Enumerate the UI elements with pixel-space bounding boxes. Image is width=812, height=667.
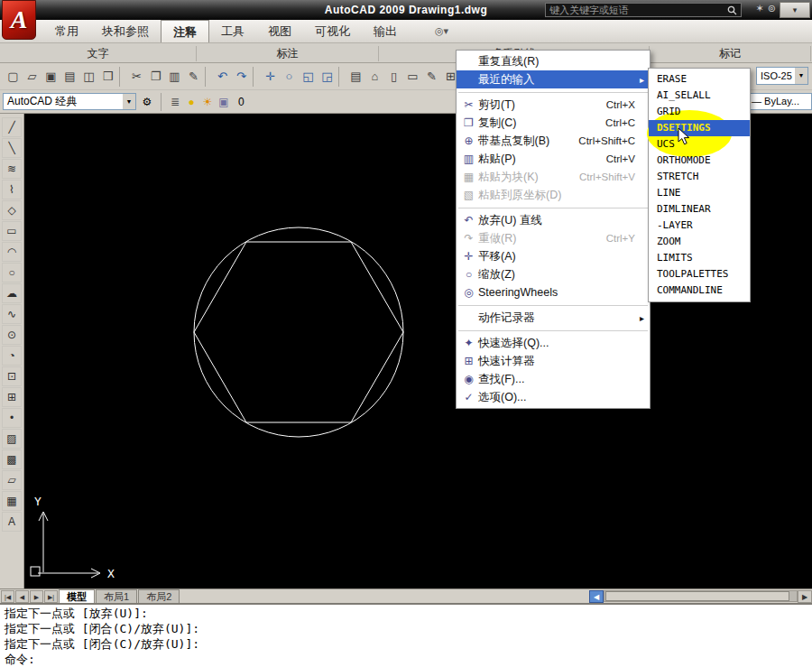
zoom-previous-icon[interactable]: ◲ <box>318 67 337 86</box>
tab-prev-button[interactable]: ◀ <box>15 590 29 603</box>
menu-item[interactable]: 最近的输入 <box>457 70 650 88</box>
chevron-down-icon[interactable]: ▼ <box>795 68 807 84</box>
recent-command-item[interactable]: LINE <box>649 185 750 201</box>
ellipse-arc-tool-icon[interactable]: ◔ <box>2 346 22 366</box>
menu-item[interactable]: ✛ 平移(A) <box>457 247 650 265</box>
recent-command-item[interactable]: LIMITS <box>649 250 750 266</box>
ribbon-tab[interactable]: 工具 <box>209 20 256 42</box>
star-icon[interactable]: ✶ <box>756 3 764 14</box>
current-layer-value[interactable]: 0 <box>235 96 248 108</box>
chevron-down-icon[interactable]: ▼ <box>123 94 135 109</box>
match-properties-icon[interactable]: ✎ <box>184 67 203 86</box>
recent-command-item[interactable]: ZOOM <box>649 234 750 250</box>
pan-icon[interactable]: ✛ <box>261 67 280 86</box>
scroll-left-button[interactable]: ◀ <box>589 590 604 603</box>
toolbar-separator[interactable] <box>253 67 259 87</box>
recent-command-item[interactable]: GRID <box>649 104 750 120</box>
publish-icon[interactable]: ❒ <box>98 67 117 86</box>
menu-item[interactable]: ⊞ 快速计算器 <box>457 352 650 370</box>
scrollbar-thumb[interactable] <box>605 591 789 601</box>
menu-item[interactable]: ✦ 快速选择(Q)... <box>457 334 650 352</box>
ribbon-tab[interactable]: 注释 <box>161 20 209 42</box>
designcenter-icon[interactable]: ⌂ <box>365 67 384 86</box>
toolbar-separator[interactable] <box>119 67 125 87</box>
dimension-style-dropdown[interactable]: ▼ ISO-25 <box>756 67 808 85</box>
toolbar-separator[interactable] <box>338 67 345 87</box>
recent-command-item[interactable]: STRETCH <box>649 169 750 185</box>
layout-tab[interactable]: 模型 <box>59 589 95 603</box>
open-icon[interactable]: ▱ <box>23 67 42 86</box>
recent-command-item[interactable]: AI_SELALL <box>649 88 750 104</box>
panel-text[interactable]: 文字 <box>0 46 197 61</box>
communication-center-icon[interactable]: ⊚ <box>768 3 776 14</box>
recent-command-item[interactable]: ORTHOMODE <box>649 153 750 169</box>
tool-palettes-icon[interactable]: ▯ <box>384 67 403 86</box>
panel-markup[interactable]: 标记 <box>650 46 811 61</box>
polygon-tool-icon[interactable]: ◇ <box>2 200 22 220</box>
layout-tab[interactable]: 布局1 <box>96 589 137 603</box>
recent-command-item[interactable]: DIMLINEAR <box>649 201 750 218</box>
ribbon-tab[interactable]: 常用 <box>43 20 90 42</box>
workspace-settings-gear-icon[interactable]: ⚙ <box>139 96 155 108</box>
multiline-tool-icon[interactable]: ≋ <box>2 159 22 179</box>
polyline-tool-icon[interactable]: ⌇ <box>2 180 22 199</box>
menu-item[interactable]: ◎ SteeringWheels <box>457 283 650 301</box>
region-tool-icon[interactable]: ▱ <box>2 470 22 490</box>
toolbar-separator[interactable] <box>205 67 211 87</box>
menu-item[interactable]: ✓ 选项(O)... <box>457 388 650 406</box>
rectangle-tool-icon[interactable]: ▭ <box>2 221 22 241</box>
sheet-set-manager-icon[interactable]: ▭ <box>403 67 422 86</box>
plot-icon[interactable]: ▤ <box>60 67 79 86</box>
line-tool-icon[interactable]: ╱ <box>2 117 22 137</box>
titlebar-corner-button[interactable]: ▾ <box>780 2 810 18</box>
menu-item[interactable]: 动作记录器 <box>457 309 650 327</box>
menu-item[interactable]: ↷ 重做(R) Ctrl+Y <box>457 229 650 247</box>
save-icon[interactable]: ▣ <box>42 67 60 86</box>
point-tool-icon[interactable]: • <box>2 408 22 428</box>
hatch-tool-icon[interactable]: ▨ <box>2 429 22 449</box>
gradient-tool-icon[interactable]: ▩ <box>2 449 22 469</box>
menu-item[interactable]: 重复直线(R) <box>457 52 650 70</box>
scrollbar-track[interactable] <box>604 590 798 602</box>
layer-lock-icon[interactable]: ▣ <box>216 96 232 108</box>
construction-line-tool-icon[interactable]: ╲ <box>2 138 22 158</box>
tab-first-button[interactable]: |◀ <box>1 590 14 603</box>
arc-tool-icon[interactable]: ◠ <box>2 242 22 262</box>
circle-tool-icon[interactable]: ○ <box>2 263 22 283</box>
redo-icon[interactable]: ↷ <box>232 67 251 86</box>
recent-command-item[interactable]: DSETTINGS <box>649 120 750 136</box>
workspace-dropdown[interactable]: ▼ AutoCAD 经典 <box>3 93 136 110</box>
command-line-area[interactable]: 指定下一点或 [放弃(U)]: 指定下一点或 [闭合(C)/放弃(U)]: 指定… <box>0 603 812 667</box>
search-icon[interactable] <box>727 5 737 15</box>
cut-icon[interactable]: ✂ <box>127 67 146 86</box>
insert-block-tool-icon[interactable]: ⊡ <box>2 366 22 386</box>
layout-tab[interactable]: 布局2 <box>138 589 180 603</box>
recent-command-item[interactable]: TOOLPALETTES <box>649 266 750 283</box>
menu-item[interactable] <box>457 327 650 334</box>
color-control-dropdown[interactable]: — ByLay... <box>747 93 812 110</box>
recent-command-item[interactable]: UCS <box>649 136 750 153</box>
zoom-window-icon[interactable]: ◱ <box>299 67 318 86</box>
scroll-right-button[interactable]: ▶ <box>798 590 812 603</box>
layer-freeze-sun-icon[interactable]: ☀ <box>199 96 216 108</box>
revision-cloud-tool-icon[interactable]: ☁ <box>2 283 22 303</box>
qnew-icon[interactable]: ▢ <box>4 67 23 86</box>
tab-last-button[interactable]: ▶| <box>44 590 58 603</box>
layer-on-bulb-icon[interactable]: ● <box>183 96 199 108</box>
menu-item[interactable] <box>457 204 650 211</box>
menu-item[interactable]: ▧ 粘贴到原坐标(D) <box>457 186 650 204</box>
menu-item[interactable]: ❐ 复制(C) Ctrl+C <box>457 114 650 132</box>
menu-item[interactable]: ✂ 剪切(T) Ctrl+X <box>457 96 650 114</box>
zoom-realtime-icon[interactable]: ○ <box>280 67 299 86</box>
properties-icon[interactable]: ▤ <box>346 67 365 86</box>
menu-item[interactable]: ▥ 粘贴(P) Ctrl+V <box>457 150 650 168</box>
layer-properties-icon[interactable]: ≣ <box>167 96 183 108</box>
ellipse-tool-icon[interactable]: ⊙ <box>2 325 22 345</box>
menu-item[interactable]: ⊕ 带基点复制(B) Ctrl+Shift+C <box>457 132 650 150</box>
undo-icon[interactable]: ↶ <box>213 67 232 86</box>
recent-command-item[interactable]: -LAYER <box>649 218 750 234</box>
paste-icon[interactable]: ▥ <box>165 67 184 86</box>
menu-item[interactable]: ○ 缩放(Z) <box>457 265 650 283</box>
help-search-input[interactable]: 键入关键字或短语 <box>545 3 742 17</box>
recent-command-item[interactable]: COMMANDLINE <box>649 283 750 299</box>
